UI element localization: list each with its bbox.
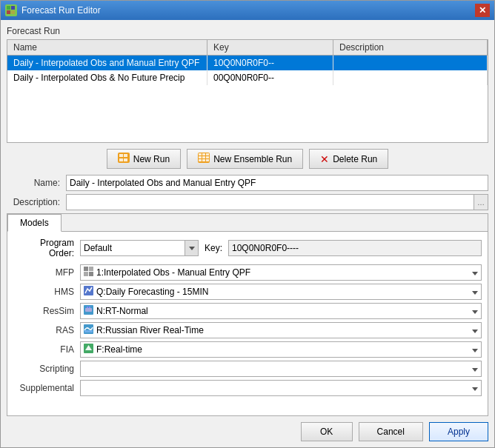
mfp-select-content: 1:Interpolated Obs - Manual Entry QPF [84,267,469,278]
new-run-icon [118,153,130,165]
program-order-dropdown-icon [185,241,198,255]
ras-dropdown-icon [469,327,478,335]
supplemental-select[interactable] [80,380,482,396]
apply-button[interactable]: Apply [429,422,488,441]
svg-rect-1 [11,6,15,10]
delete-run-button[interactable]: ✕ Delete Run [309,149,388,169]
fia-select-content: F:Real-time [84,344,469,355]
row-desc-2 [333,70,488,85]
row-key-1: 10Q0N0R0F0-- [207,56,333,70]
fia-dropdown-icon [469,346,478,354]
tab-header: Models [7,214,488,232]
ressim-dropdown-icon [469,307,478,315]
new-run-button[interactable]: New Run [107,149,181,169]
hms-value: Q:Daily Forecasting - 15MIN [96,287,208,297]
svg-rect-17 [202,159,205,161]
table-header: Name Key Description [7,40,488,56]
new-ensemble-run-icon [198,153,210,165]
tab-container: Models Program Order: Default Key: [7,213,488,416]
ressim-select[interactable]: N:RT-Normal [80,303,482,319]
bottom-buttons: OK Cancel Apply [7,416,488,441]
scripting-arrow-icon [472,368,478,372]
scripting-label: Scripting [13,364,80,374]
program-order-label: Program Order: [13,238,80,258]
scripting-row: Scripting [13,361,482,377]
program-order-select[interactable]: Default [80,240,199,256]
description-browse-button[interactable]: … [474,194,488,210]
window-body: Forecast Run Name Key Description Daily … [1,20,494,447]
svg-rect-20 [89,267,93,271]
ressim-arrow-icon [472,310,478,314]
key-label: Key: [199,243,228,253]
svg-rect-8 [124,158,127,161]
svg-rect-16 [199,159,202,161]
dropdown-arrow-icon [189,247,195,250]
key-input[interactable] [228,240,482,256]
hms-icon [84,286,93,298]
mfp-dropdown-icon [469,269,478,277]
ras-icon [84,324,93,336]
window-title: Forecast Run Editor [21,5,475,16]
new-run-label: New Run [133,154,170,164]
hms-row: HMS Q:Daily Forecasting - 15MIN [13,284,482,300]
supplemental-arrow-icon [472,387,478,391]
svg-rect-6 [124,154,127,157]
svg-rect-19 [84,267,88,271]
action-buttons: New Run [7,149,488,169]
ressim-row: ResSim N:RT-Normal [13,303,482,319]
ras-select[interactable]: R:Russian River Real-Time [80,322,482,338]
svg-rect-0 [7,6,10,10]
fia-arrow-icon [472,349,478,352]
table-row[interactable]: Daily - Interpolated Obs & No Future Pre… [7,70,488,85]
ras-value: R:Russian River Real-Time [96,325,204,335]
mfp-select[interactable]: 1:Interpolated Obs - Manual Entry QPF [80,264,482,281]
ras-label: RAS [13,325,80,335]
name-input[interactable] [66,175,488,191]
description-label: Description: [7,197,66,207]
title-bar: Forecast Run Editor ✕ [1,1,494,20]
scripting-dropdown-icon [469,365,478,373]
name-row: Name: [7,175,488,191]
svg-rect-29 [84,330,93,332]
hms-select[interactable]: Q:Daily Forecasting - 15MIN [80,284,482,300]
description-input[interactable] [66,194,474,210]
supplemental-label: Supplemental [13,383,80,393]
row-name-2: Daily - Interpolated Obs & No Future Pre… [7,70,207,85]
ras-row: RAS R:Russian River Real-Time [13,322,482,338]
svg-rect-18 [206,159,209,161]
cancel-button[interactable]: Cancel [359,422,423,441]
svg-rect-25 [85,308,92,312]
mfp-icon [84,267,93,278]
ok-button[interactable]: OK [301,422,353,441]
name-label: Name: [7,178,66,188]
new-ensemble-run-button[interactable]: New Ensemble Run [187,149,303,169]
fia-value: F:Real-time [96,344,142,355]
fia-select[interactable]: F:Real-time [80,341,482,358]
runs-table: Name Key Description Daily - Interpolate… [7,39,488,143]
table-row[interactable]: Daily - Interpolated Obs and Manual Entr… [7,56,488,70]
svg-rect-10 [199,153,202,156]
mfp-arrow-icon [472,272,478,275]
description-row: Description: … [7,194,488,210]
svg-rect-13 [199,156,202,158]
svg-rect-26 [87,307,88,308]
row-desc-1 [333,56,488,70]
ressim-icon [84,305,93,317]
scripting-select[interactable] [80,361,482,377]
supplemental-dropdown-icon [469,384,478,392]
delete-run-icon: ✕ [320,153,329,165]
svg-rect-22 [89,272,93,276]
new-ensemble-run-label: New Ensemble Run [213,154,292,164]
section-label: Forecast Run [7,26,488,36]
svg-rect-14 [202,156,205,158]
svg-rect-27 [89,307,90,308]
ressim-label: ResSim [13,306,80,316]
svg-rect-12 [206,153,209,156]
program-order-row: Program Order: Default Key: [13,238,482,258]
supplemental-row: Supplemental [13,380,482,396]
svg-rect-7 [119,158,123,161]
tab-models[interactable]: Models [7,214,62,232]
program-order-value: Default [81,243,185,253]
close-button[interactable]: ✕ [475,4,490,17]
window-icon [5,4,17,16]
